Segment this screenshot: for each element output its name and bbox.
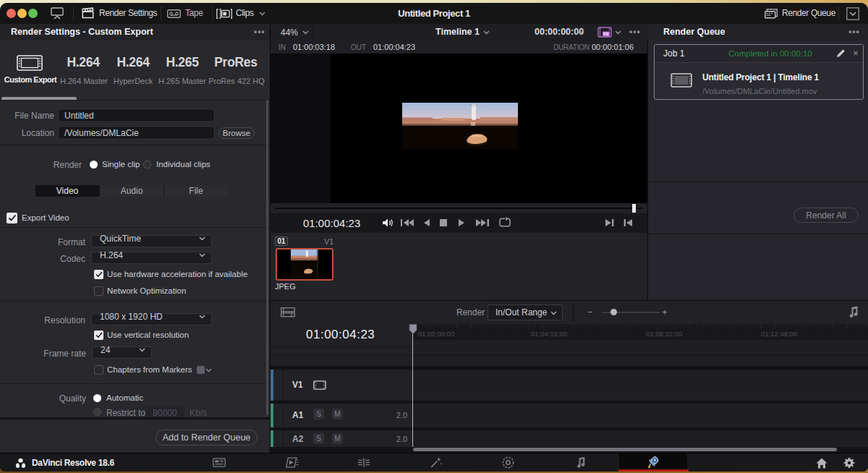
svg-text:FX: FX: [603, 32, 608, 36]
